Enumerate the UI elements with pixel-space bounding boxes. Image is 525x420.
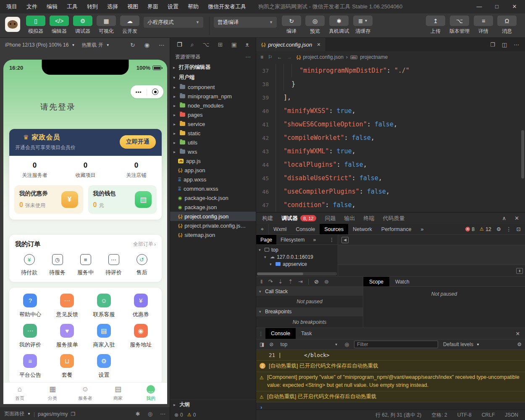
step-out-icon[interactable]: ⇡ xyxy=(288,278,293,285)
more-icon[interactable]: ⋯ xyxy=(159,42,165,48)
back-arrow-icon[interactable]: ← xyxy=(277,54,282,60)
close-button[interactable]: ✕ xyxy=(506,0,523,13)
outline-section[interactable]: ▸ 大纲 xyxy=(170,399,256,410)
breakpoints-header[interactable]: ▾ Breakpoints xyxy=(256,307,363,317)
toolbar-button-可视化[interactable]: ▦可视化 xyxy=(97,16,116,35)
code-line[interactable]: 43"minifyWXML": true, xyxy=(256,144,525,158)
tab-服务者[interactable]: ☺服务者 xyxy=(69,383,102,404)
console-message[interactable]: 2[自动热重载] 已开启代码文件保存后自动热重载 xyxy=(256,361,525,372)
tab-首页[interactable]: ⌂首页 xyxy=(3,383,36,404)
editor-tab-project-config[interactable]: {..} project.config.json ✕ xyxy=(256,38,326,51)
tab-分类[interactable]: ▦分类 xyxy=(36,383,69,404)
panel-tab-输出[interactable]: 输出 xyxy=(344,215,355,222)
dock-side-icon[interactable]: ⊡ xyxy=(517,226,521,232)
call-stack-header[interactable]: ▾ Call Stack xyxy=(256,287,363,296)
bug-icon[interactable]: ✱ xyxy=(136,411,140,417)
more-vertical-icon[interactable]: ⋮ xyxy=(506,226,512,232)
menu-item-文件[interactable]: 文件 xyxy=(22,0,42,13)
order-item-服务中[interactable]: ≡服务中 xyxy=(71,254,100,276)
console-message[interactable]: ⚠[Component] property "value" of "minipr… xyxy=(256,372,525,391)
asset-card-我的钱包[interactable]: 我的钱包0元▤ xyxy=(88,185,157,214)
grid-item-商家入驻[interactable]: ▤商家入驻 xyxy=(86,324,123,349)
status-item[interactable]: CRLF xyxy=(482,412,495,418)
grid-item-意见反馈[interactable]: ⋯意见反馈 xyxy=(49,294,86,318)
tree-item-project.private.config.js…[interactable]: {..}project.private.config.js… xyxy=(170,221,256,230)
deactivate-breakpoints-icon[interactable]: ⊘ xyxy=(314,278,319,285)
pretty-print-icon[interactable]: ⇟ xyxy=(516,268,523,274)
project-section[interactable]: ▾ 用户端 xyxy=(170,72,256,82)
sources-tree-item-top[interactable]: ▾top xyxy=(256,246,338,253)
panel-tab-调试器[interactable]: 调试器8, 12 xyxy=(281,215,316,222)
files-icon[interactable]: ❐ xyxy=(177,41,182,48)
status-item[interactable]: UTF-8 xyxy=(457,412,472,418)
open-preview-icon[interactable]: ❐ xyxy=(490,42,495,48)
code-line[interactable]: 39], xyxy=(256,91,525,104)
menu-item-帮助[interactable]: 帮助 xyxy=(183,0,203,13)
clear-console-icon[interactable]: ⊘ xyxy=(269,341,273,347)
tab-我的[interactable]: ‿我的 xyxy=(134,383,167,404)
sources-subtab-filesystem[interactable]: Filesystem xyxy=(276,235,309,244)
outline-list-icon[interactable]: ≡ xyxy=(260,54,263,60)
window-icon[interactable]: ▣ xyxy=(231,41,237,48)
code-line[interactable]: 37"miniprogramNpmDistDir": "./" xyxy=(256,64,525,77)
menu-item-界面[interactable]: 界面 xyxy=(143,0,163,13)
grid-item-平台公告[interactable]: ≡平台公告 xyxy=(12,354,49,379)
grid-item-设置[interactable]: ⚙设置 xyxy=(86,354,123,379)
code-area[interactable]: 37"miniprogramNpmDistDir": "./"38}39],40… xyxy=(256,63,525,212)
horizontal-scrollbar[interactable] xyxy=(257,272,337,276)
eye-icon[interactable]: ◎ xyxy=(344,341,349,347)
action-button-预览[interactable]: ◎预览 xyxy=(305,16,325,35)
console-tab-console[interactable]: Console xyxy=(265,328,296,339)
code-line[interactable]: 47"condition": false, xyxy=(256,198,525,212)
menu-item-选择[interactable]: 选择 xyxy=(102,0,123,13)
code-line[interactable]: 44"localPlugins": false, xyxy=(256,158,525,171)
copy-path-icon[interactable]: ❐ xyxy=(71,411,75,417)
close-drawer-icon[interactable]: ✕ xyxy=(516,328,525,339)
context-dropdown[interactable]: top ▼ xyxy=(278,341,339,347)
code-line[interactable]: 38} xyxy=(256,77,525,91)
panel-tab-构建[interactable]: 构建 xyxy=(262,215,273,222)
maximize-button[interactable]: □ xyxy=(488,0,506,13)
status-item[interactable]: JSON xyxy=(505,412,518,418)
panel-tab-问题[interactable]: 问题 xyxy=(325,215,336,222)
more-icon[interactable]: ⋯ xyxy=(514,42,519,48)
show-console-sidebar-icon[interactable]: ◨ xyxy=(260,341,264,347)
grid-item-优惠券[interactable]: ¥优惠券 xyxy=(122,294,159,318)
close-circle-icon[interactable] xyxy=(152,89,158,95)
stat-item[interactable]: 0关注服务者 xyxy=(9,161,60,179)
show-navigator-icon[interactable]: ◀ xyxy=(341,237,349,243)
forward-arrow-icon[interactable]: → xyxy=(287,54,292,60)
login-prompt[interactable]: 请先登录 xyxy=(40,102,76,113)
tree-item-node_modules[interactable]: ▸node_modules xyxy=(170,101,256,110)
more-icon[interactable]: ⋯ xyxy=(160,411,165,417)
devtools-settings-gear-icon[interactable]: ⚙ xyxy=(496,226,501,232)
code-line[interactable]: 46"useCompilerPlugins": false, xyxy=(256,185,525,198)
tree-item-app.json[interactable]: {..}app.json xyxy=(170,165,256,175)
more-icon[interactable]: ⋯ xyxy=(245,54,251,60)
tree-item-app.wxss[interactable]: Ξapp.wxss xyxy=(170,175,256,184)
grid-item-服务地址[interactable]: ◉服务地址 xyxy=(122,324,159,349)
editor-scrollbar[interactable] xyxy=(521,130,524,178)
tree-item-wxs[interactable]: ▸wxs xyxy=(170,147,256,156)
asset-card-我的优惠券[interactable]: 我的优惠券0张未使用¥ xyxy=(14,185,83,214)
problems-status[interactable]: ⊗0 ⚠0 xyxy=(170,410,256,420)
close-panel-icon[interactable]: ✕ xyxy=(514,215,519,221)
order-item-待评价[interactable]: ⋯待评价 xyxy=(100,254,128,276)
order-item-待付款[interactable]: ¥待付款 xyxy=(15,254,43,276)
restart-icon[interactable]: ↻ xyxy=(130,42,135,48)
log-levels-dropdown[interactable]: Default levels ▼ xyxy=(443,341,480,347)
collapse-panel-icon[interactable]: ∧ xyxy=(502,215,507,221)
toolbar-button-云开发[interactable]: ☁云开发 xyxy=(120,16,139,35)
devtools-tab-console[interactable]: Console xyxy=(291,224,320,234)
step-over-icon[interactable]: ↷ xyxy=(268,278,273,285)
more-dots-icon[interactable]: ••• xyxy=(136,89,142,94)
capsule-button[interactable]: ••• xyxy=(131,85,163,98)
tree-item-static[interactable]: ▸static xyxy=(170,129,256,138)
devtools-tab-sources[interactable]: Sources xyxy=(320,224,348,234)
toolbar-right-button-版本管理[interactable]: ⌥版本管理 xyxy=(449,16,470,35)
toolbar-right-button-详情[interactable]: ≡详情 xyxy=(474,16,493,35)
devtools-tab-performance[interactable]: Performance xyxy=(377,224,416,234)
tab-watch[interactable]: Watch xyxy=(389,277,415,286)
inspect-element-icon[interactable]: ⌖ xyxy=(256,224,269,234)
menu-item-转到[interactable]: 转到 xyxy=(82,0,102,13)
